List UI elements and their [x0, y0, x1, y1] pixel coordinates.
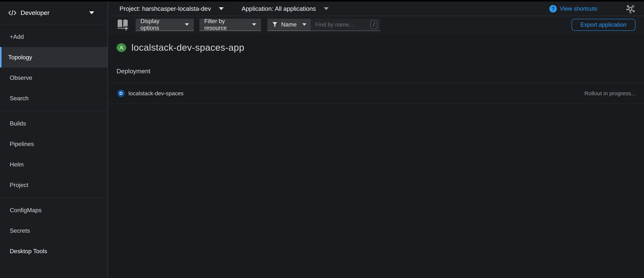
topology-view-switcher-button[interactable] [626, 4, 635, 13]
chevron-down-icon [219, 7, 224, 10]
filter-by-resource-dropdown[interactable]: Filter by resource [200, 19, 261, 31]
quick-search-button[interactable] [116, 19, 129, 31]
chevron-down-icon [252, 23, 256, 26]
slash-shortcut-key: / [370, 20, 378, 29]
top-strip [0, 0, 644, 1]
code-icon [8, 10, 16, 16]
sidebar-item-observe[interactable]: Observe [0, 67, 108, 88]
chevron-down-icon [302, 23, 306, 26]
book-plus-icon [116, 19, 129, 31]
resource-kind-heading: Deployment [116, 67, 644, 75]
sidebar-item-builds[interactable]: Builds [0, 113, 108, 134]
sidebar-item-secrets[interactable]: Secrets [0, 220, 108, 241]
name-filter-group: Name / [268, 19, 380, 31]
display-options-label: Display options [140, 18, 179, 31]
perspective-label: Developer [20, 9, 50, 16]
question-circle-icon: ? [549, 5, 557, 12]
sidebar-item-topology[interactable]: Topology [0, 47, 108, 67]
display-options-dropdown[interactable]: Display options [136, 19, 194, 31]
sidebar-item-configmaps[interactable]: ConfigMaps [0, 200, 108, 220]
topology-list-view: A localstack-dev-spaces-app Deployment D… [108, 33, 644, 278]
project-dropdown-label: Project: harshcasper-localsta-dev [120, 5, 211, 12]
chevron-down-icon [185, 23, 189, 26]
funnel-icon [272, 22, 278, 27]
name-filter-dropdown[interactable]: Name [268, 19, 311, 31]
nav-group-config: ConfigMaps Secrets Desktop Tools [0, 197, 108, 264]
deployment-name-link[interactable]: localstack-dev-spaces [128, 90, 184, 97]
deployment-row[interactable]: D localstack-dev-spaces Rollout in progr… [108, 83, 644, 104]
sidebar-item-add[interactable]: +Add [0, 26, 108, 47]
nav-group-main: +Add Topology Observe Search [0, 24, 108, 111]
sidebar-item-desktop-tools[interactable]: Desktop Tools [0, 241, 108, 262]
name-filter-label: Name [281, 21, 297, 28]
sidebar-item-search[interactable]: Search [0, 88, 108, 109]
export-application-button[interactable]: Export application [572, 19, 636, 31]
project-dropdown[interactable]: Project: harshcasper-localsta-dev [120, 5, 224, 12]
resource-rows: D localstack-dev-spaces Rollout in progr… [108, 83, 644, 104]
view-shortcuts-link[interactable]: ? View shortcuts [549, 5, 597, 12]
sidebar-item-pipelines[interactable]: Pipelines [0, 134, 108, 154]
sidebar-item-project[interactable]: Project [0, 175, 108, 195]
view-shortcuts-label: View shortcuts [560, 5, 597, 12]
graph-topology-icon [626, 4, 635, 13]
application-badge: A [116, 43, 126, 52]
console-screen: Developer +Add Topology Observe Search B… [0, 0, 644, 278]
find-by-name-box: / [311, 19, 380, 31]
perspective-switcher[interactable]: Developer [0, 1, 108, 24]
filter-by-resource-label: Filter by resource [204, 18, 246, 31]
sidebar-item-helm[interactable]: Helm [0, 154, 108, 175]
chevron-down-icon [89, 11, 94, 14]
deployment-badge: D [117, 90, 125, 97]
application-dropdown[interactable]: Application: All applications [242, 5, 329, 12]
chevron-down-icon [324, 7, 329, 10]
sidebar-nav: +Add Topology Observe Search Builds Pipe… [0, 24, 108, 264]
topology-toolbar: Display options Filter by resource Name … [108, 16, 644, 33]
application-group-header: A localstack-dev-spaces-app [116, 42, 644, 53]
application-name: localstack-dev-spaces-app [132, 42, 244, 53]
deployment-status: Rollout in progress... [584, 90, 636, 97]
context-bar: Project: harshcasper-localsta-dev Applic… [108, 1, 644, 16]
application-dropdown-label: Application: All applications [242, 5, 316, 12]
nav-group-builds: Builds Pipelines Helm Project [0, 111, 108, 197]
find-by-name-input[interactable] [315, 21, 370, 28]
sidebar: Developer +Add Topology Observe Search B… [0, 1, 108, 278]
